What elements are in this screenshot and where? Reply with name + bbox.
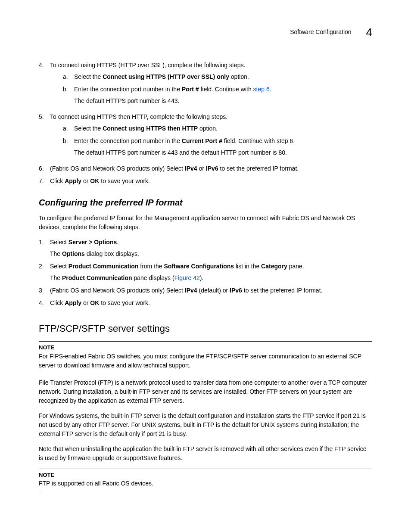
text-run: Select <box>50 239 68 246</box>
text-run: Enter the connection port number in the <box>74 86 182 93</box>
continuation-text: The default HTTPS port number is 443 and… <box>74 148 372 157</box>
chapter-number: 4 <box>366 26 372 39</box>
list-marker: 1. <box>39 238 50 258</box>
list-marker: b. <box>63 137 74 157</box>
list-content: Click Apply or OK to save your work. <box>50 177 372 186</box>
text-run: or <box>197 165 206 172</box>
list-marker: 4. <box>39 61 50 109</box>
list-content: Select Product Communication from the So… <box>50 262 372 283</box>
body-paragraph: File Transfer Protocol (FTP) is a networ… <box>39 378 372 405</box>
list-item: 7.Click Apply or OK to save your work. <box>39 177 372 186</box>
text-run: The <box>50 274 62 281</box>
text-run: (Fabric OS and Network OS products only)… <box>50 287 185 294</box>
text-run: dialog box displays. <box>85 250 139 257</box>
bold-text: Product Communication <box>68 263 139 270</box>
continuation-text: The Options dialog box displays. <box>50 249 372 258</box>
step-list-1: 4.To connect using HTTPS (HTTP over SSL)… <box>39 61 372 186</box>
running-header: Software Configuration 4 <box>39 26 372 39</box>
text-run: The default HTTPS port number is 443. <box>74 97 179 104</box>
list-content: Select the Connect using HTTPS (HTTP ove… <box>74 72 372 81</box>
note-text: For FIPS-enabled Fabric OS switches, you… <box>39 352 372 370</box>
bold-text: IPv4 <box>185 165 197 172</box>
text-run: option. <box>198 125 218 132</box>
list-item: b.Enter the connection port number in th… <box>63 85 372 106</box>
list-marker: 5. <box>39 112 50 161</box>
body-paragraph: Note that when uninstalling the applicat… <box>39 445 372 463</box>
note-block-1: NOTE For FIPS-enabled Fabric OS switches… <box>39 341 372 372</box>
bold-text: Connect using HTTPS (HTTP over SSL) only <box>103 73 229 80</box>
bold-text: OK <box>90 299 99 306</box>
list-item: 3.(Fabric OS and Network OS products onl… <box>39 286 372 295</box>
text-run: option. <box>229 73 249 80</box>
sub-list: a.Select the Connect using HTTPS (HTTP o… <box>63 72 372 106</box>
list-item: a.Select the Connect using HTTPS (HTTP o… <box>63 72 372 81</box>
list-marker: a. <box>63 72 74 81</box>
text-run: (default) or <box>197 287 230 294</box>
text-run: Select the <box>74 73 103 80</box>
note-label: NOTE <box>39 471 372 479</box>
bold-text: OK <box>90 177 99 184</box>
list-item: b.Enter the connection port number in th… <box>63 137 372 157</box>
text-run: field. Continue with step 6. <box>222 137 295 144</box>
body-paragraph: For Windows systems, the built-in FTP se… <box>39 411 372 439</box>
bold-text: IPv4 <box>185 287 197 294</box>
text-run: ). <box>200 274 204 281</box>
list-marker: 2. <box>39 262 50 283</box>
text-run: Enter the connection port number in the <box>74 137 182 144</box>
text-run: Select <box>50 263 68 270</box>
text-run: Click <box>50 299 65 306</box>
text-run: to set the preferred IP format. <box>242 287 323 294</box>
section-heading-ip-format: Configuring the preferred IP format <box>39 198 372 208</box>
list-content: To connect using HTTPS then HTTP, comple… <box>50 112 372 161</box>
text-run: To connect using HTTPS (HTTP over SSL), … <box>50 62 245 68</box>
bold-text: Options <box>62 250 85 257</box>
section-heading-ftp: FTP/SCP/SFTP server settings <box>39 323 372 334</box>
continuation-text: The default HTTPS port number is 443. <box>74 96 372 106</box>
bold-text: Software Configurations <box>164 263 234 270</box>
list-item: 4.To connect using HTTPS (HTTP over SSL)… <box>39 61 372 109</box>
sub-list: a.Select the Connect using HTTPS then HT… <box>63 124 372 157</box>
list-marker: 3. <box>39 286 50 295</box>
bold-text: Apply <box>65 299 81 306</box>
step-list-2: 1.Select Server > Options.The Options di… <box>39 238 372 308</box>
text-run: field. Continue with <box>199 86 253 93</box>
bold-text: Product Communication <box>62 274 132 281</box>
text-run: to save your work. <box>99 177 150 184</box>
note-text: FTP is supported on all Fabric OS device… <box>39 479 372 488</box>
list-marker: a. <box>63 124 74 133</box>
list-content: (Fabric OS and Network OS products only)… <box>50 164 372 173</box>
bold-text: Current Port # <box>182 137 222 144</box>
list-marker: 7. <box>39 177 50 186</box>
list-item: 5.To connect using HTTPS then HTTP, comp… <box>39 112 372 161</box>
text-run: or <box>81 177 90 184</box>
list-item: 6.(Fabric OS and Network OS products onl… <box>39 164 372 173</box>
bold-text: IPv6 <box>206 165 218 172</box>
bold-text: IPv6 <box>230 287 242 294</box>
text-run: . <box>270 86 271 93</box>
list-content: Select Server > Options.The Options dial… <box>50 238 372 258</box>
text-run: The default HTTPS port number is 443 and… <box>74 149 287 156</box>
cross-reference-link[interactable]: step 6 <box>253 86 270 93</box>
text-run: Select the <box>74 125 103 132</box>
list-item: a.Select the Connect using HTTPS then HT… <box>63 124 372 133</box>
list-content: Enter the connection port number in the … <box>74 85 372 106</box>
bold-text: Category <box>261 263 287 270</box>
text-run: or <box>81 299 90 306</box>
text-run: To connect using HTTPS then HTTP, comple… <box>50 113 227 120</box>
list-content: Click Apply or OK to save your work. <box>50 299 372 308</box>
text-run: The <box>50 250 62 257</box>
list-marker: b. <box>63 85 74 106</box>
note-label: NOTE <box>39 343 372 352</box>
cross-reference-link[interactable]: Figure 42 <box>174 274 200 281</box>
text-run: Click <box>50 177 65 184</box>
header-title: Software Configuration <box>290 28 351 35</box>
list-marker: 4. <box>39 299 50 308</box>
section-intro: To configure the preferred IP format for… <box>39 214 372 232</box>
list-content: Enter the connection port number in the … <box>74 137 372 157</box>
list-marker: 6. <box>39 164 50 173</box>
bold-text: Port # <box>182 86 199 93</box>
list-item: 4.Click Apply or OK to save your work. <box>39 299 372 308</box>
list-content: To connect using HTTPS (HTTP over SSL), … <box>50 61 372 109</box>
list-content: (Fabric OS and Network OS products only)… <box>50 286 372 295</box>
continuation-text: The Product Communication pane displays … <box>50 274 372 283</box>
